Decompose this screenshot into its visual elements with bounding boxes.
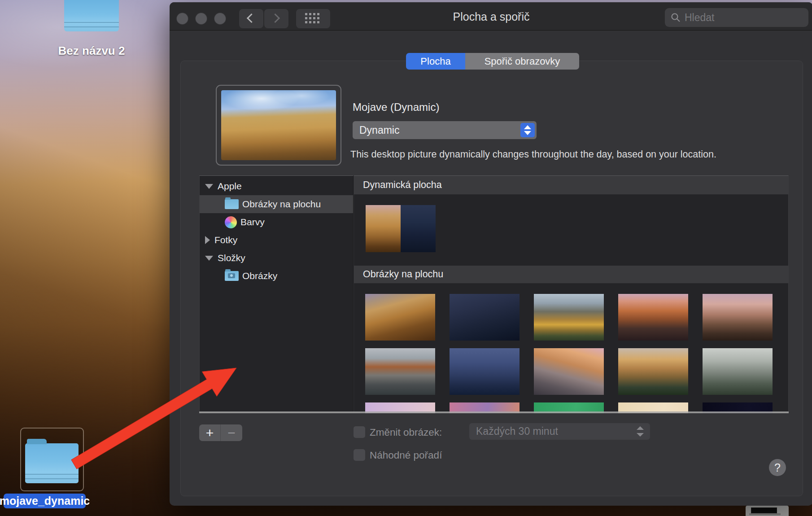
search-icon (670, 12, 681, 23)
sidebar-item-label: Fotky (214, 235, 237, 245)
tab-plocha[interactable]: Plocha (406, 53, 465, 70)
add-folder-button[interactable]: + (199, 424, 221, 441)
wallpaper-half-dome-dusk[interactable] (534, 348, 604, 395)
wallpaper-el-capitan[interactable] (365, 348, 435, 395)
stepper-up-icon (637, 426, 644, 430)
printer-label (751, 507, 777, 513)
sidebar-item-obrazky-na-plochu[interactable]: Obrázky na plochu (200, 195, 353, 213)
wallpaper-lone-pine[interactable] (703, 294, 773, 341)
help-icon: ? (774, 461, 781, 474)
sidebar-item-label: Obrázky (242, 271, 277, 281)
current-wallpaper-image (221, 90, 336, 160)
dynamic-night-half (401, 205, 436, 252)
remove-folder-button[interactable]: − (221, 424, 242, 441)
wallpaper-foggy-forest[interactable] (703, 348, 773, 395)
system-preferences-window: Plocha a spořič Hledat Plocha Spořič obr… (170, 2, 812, 506)
sidebar-item-label: Obrázky na plochu (242, 199, 321, 210)
sidebar-item-barvy[interactable]: Barvy (200, 213, 353, 231)
current-wallpaper-preview (216, 85, 341, 166)
dynamic-day-half (366, 205, 401, 252)
wallpaper-mojave-day[interactable] (365, 294, 435, 341)
random-order-checkbox[interactable] (354, 449, 365, 461)
wallpaper-description: This desktop picture dynamically changes… (350, 149, 716, 160)
tab-bar: Plocha Spořič obrazovky (406, 53, 579, 70)
sidebar-item-label: Barvy (240, 217, 265, 227)
sidebar-item-obrazky[interactable]: Obrázky (200, 267, 353, 285)
wallpaper-mojave-dynamic-thumb[interactable] (366, 205, 436, 252)
printer-photo (746, 506, 789, 516)
stepper-down-icon (637, 433, 644, 437)
section-dynamic-header: Dynamická plocha (354, 176, 788, 195)
disclosure-closed-icon (205, 236, 210, 244)
help-button[interactable]: ? (769, 459, 786, 476)
disclosure-open-icon (205, 184, 213, 189)
random-order-label: Náhodné pořadí (370, 450, 442, 461)
wallpaper-yosemite-night[interactable] (450, 348, 520, 395)
desktop-folder-mojave-dynamic[interactable] (25, 443, 79, 483)
style-dropdown[interactable]: Dynamic (353, 121, 537, 139)
interval-dropdown-value: Každých 30 minut (476, 425, 558, 437)
titlebar[interactable]: Plocha a spořič Hledat (170, 2, 812, 31)
wallpaper-high-sierra[interactable] (534, 294, 604, 341)
interval-dropdown[interactable]: Každých 30 minut (469, 423, 650, 440)
change-picture-label: Změnit obrázek: (370, 427, 442, 438)
desktop-folder-mojave-label[interactable]: mojave_dynamic (4, 494, 86, 508)
style-dropdown-value: Dynamic (359, 124, 399, 136)
desktop-folder-label[interactable]: Bez názvu 2 (47, 44, 136, 58)
add-remove-control: + − (199, 424, 242, 441)
sidebar-item-label: Apple (218, 181, 242, 192)
sidebar-item-slozky[interactable]: Složky (200, 249, 353, 267)
search-placeholder: Hledat (685, 12, 714, 24)
section-pictures-header: Obrázky na plochu (354, 266, 788, 284)
wallpaper-browser: Dynamická plocha Obrázky na plochu (354, 175, 789, 413)
tab-sporic-obrazovky[interactable]: Spořič obrazovky (465, 53, 579, 70)
photo-folder-icon (225, 271, 239, 281)
list-bottom-edge (199, 411, 789, 413)
printer-slot (749, 513, 781, 515)
sidebar-item-fotky[interactable]: Fotky (200, 231, 353, 249)
wallpaper-mojave-night[interactable] (450, 294, 520, 341)
search-input[interactable]: Hledat (665, 8, 808, 27)
camera-icon (228, 273, 235, 278)
wallpaper-el-capitan-gold[interactable] (618, 348, 688, 395)
wallpaper-name: Mojave (Dynamic) (353, 101, 439, 114)
stepper-icon (520, 123, 535, 137)
wallpaper-sierra-peaks[interactable] (618, 294, 688, 341)
disclosure-open-icon (205, 256, 213, 261)
change-picture-checkbox[interactable] (354, 426, 365, 438)
sidebar-item-apple[interactable]: Apple (200, 177, 353, 195)
color-wheel-icon (225, 216, 237, 228)
desktop-folder-bez-nazvu[interactable] (64, 0, 119, 31)
sidebar-item-label: Složky (218, 253, 245, 263)
desktop-pane: Mojave (Dynamic) Dynamic This desktop pi… (180, 61, 803, 496)
folder-icon (225, 199, 239, 209)
source-list: AppleObrázky na plochuBarvyFotkySložkyOb… (199, 175, 354, 413)
